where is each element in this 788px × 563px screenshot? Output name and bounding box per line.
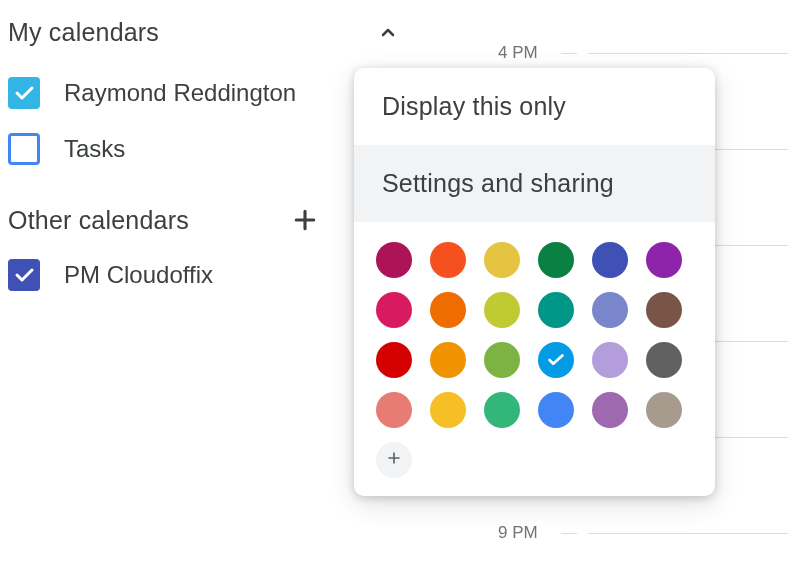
plus-icon bbox=[384, 448, 404, 472]
color-swatch[interactable] bbox=[538, 292, 574, 328]
color-swatch[interactable] bbox=[376, 342, 412, 378]
color-grid bbox=[354, 222, 715, 436]
color-swatch[interactable] bbox=[376, 292, 412, 328]
color-swatch[interactable] bbox=[646, 392, 682, 428]
color-swatch[interactable] bbox=[430, 342, 466, 378]
other-calendars-header[interactable]: Other calendars bbox=[8, 177, 408, 247]
color-swatch[interactable] bbox=[538, 242, 574, 278]
color-swatch[interactable] bbox=[484, 342, 520, 378]
checkbox-checked-icon[interactable] bbox=[8, 259, 40, 291]
color-swatch[interactable] bbox=[376, 392, 412, 428]
color-swatch[interactable] bbox=[484, 242, 520, 278]
color-swatch[interactable] bbox=[592, 242, 628, 278]
color-swatch[interactable] bbox=[484, 292, 520, 328]
time-gridline bbox=[588, 53, 788, 54]
color-swatch[interactable] bbox=[430, 242, 466, 278]
calendar-item-raymond[interactable]: Raymond Reddington bbox=[8, 65, 408, 121]
display-this-only-item[interactable]: Display this only bbox=[354, 68, 715, 145]
calendar-options-popover: Display this only Settings and sharing bbox=[354, 68, 715, 496]
calendar-item-tasks[interactable]: Tasks bbox=[8, 121, 408, 177]
color-swatch[interactable] bbox=[592, 392, 628, 428]
chevron-up-icon bbox=[376, 21, 400, 45]
calendar-label: Tasks bbox=[64, 135, 125, 163]
time-tick bbox=[561, 533, 577, 534]
add-custom-color-button[interactable] bbox=[376, 442, 412, 478]
calendar-item-pm-cloudoffix[interactable]: PM Cloudoffix bbox=[8, 247, 408, 303]
checkbox-checked-icon[interactable] bbox=[8, 77, 40, 109]
checkbox-unchecked-icon[interactable] bbox=[8, 133, 40, 165]
my-calendars-header[interactable]: My calendars bbox=[8, 10, 408, 65]
settings-and-sharing-item[interactable]: Settings and sharing bbox=[354, 145, 715, 222]
time-gridline bbox=[588, 533, 788, 534]
my-calendars-title: My calendars bbox=[8, 18, 159, 47]
other-calendars-title: Other calendars bbox=[8, 206, 189, 235]
color-swatch[interactable] bbox=[430, 392, 466, 428]
calendar-label: PM Cloudoffix bbox=[64, 261, 213, 289]
color-swatch[interactable] bbox=[646, 242, 682, 278]
color-swatch[interactable] bbox=[376, 242, 412, 278]
sidebar: My calendars Raymond Reddington Tasks Ot… bbox=[8, 10, 408, 303]
time-label-9pm: 9 PM bbox=[498, 523, 538, 543]
time-tick bbox=[561, 53, 577, 54]
time-label-4pm: 4 PM bbox=[498, 43, 538, 63]
color-swatch[interactable] bbox=[484, 392, 520, 428]
color-swatch[interactable] bbox=[592, 342, 628, 378]
color-swatch[interactable] bbox=[646, 292, 682, 328]
color-swatch[interactable] bbox=[592, 292, 628, 328]
color-swatch[interactable] bbox=[430, 292, 466, 328]
color-swatch[interactable] bbox=[538, 392, 574, 428]
color-swatch[interactable] bbox=[538, 342, 574, 378]
add-calendar-icon[interactable] bbox=[290, 205, 320, 235]
color-swatch[interactable] bbox=[646, 342, 682, 378]
calendar-label: Raymond Reddington bbox=[64, 79, 296, 107]
